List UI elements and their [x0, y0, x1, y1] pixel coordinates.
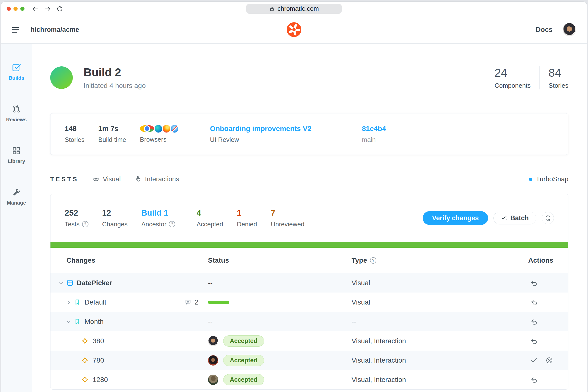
browser-chrome: chromatic.com [1, 2, 587, 16]
undo-button[interactable] [530, 279, 538, 287]
build-status-dot [50, 66, 73, 89]
build-counts: 24 Components 84 Stories [495, 66, 568, 90]
traffic-lights [6, 6, 24, 11]
chrome-icon [140, 125, 154, 132]
browser-nav [32, 6, 63, 12]
components-count: 24 Components [495, 66, 531, 90]
ancestor-build-link[interactable]: Build 1 [141, 208, 176, 218]
summary-stories: 148 Stories [65, 125, 84, 144]
snapshot-progress-bar [208, 300, 229, 304]
batch-button[interactable]: Batch [494, 212, 536, 224]
help-icon[interactable]: ? [82, 221, 88, 227]
user-avatar[interactable] [563, 23, 576, 36]
undo-icon [530, 337, 538, 345]
wrench-icon [12, 188, 21, 197]
branch-link[interactable]: Onboarding improvements V2 [210, 125, 312, 133]
sidebar-item-reviews[interactable]: Reviews [6, 104, 27, 122]
firefox-icon [163, 125, 170, 132]
undo-icon [530, 279, 538, 287]
reviewer-avatar [208, 374, 218, 385]
undo-icon [530, 298, 538, 306]
url-text: chromatic.com [277, 5, 319, 12]
forward-icon[interactable] [44, 6, 51, 12]
sidebar-item-library[interactable]: Library [8, 146, 25, 164]
visual-tests-tab[interactable]: Visual [92, 176, 121, 183]
chevron-down-icon[interactable] [66, 319, 72, 324]
app-header: hichroma/acme Docs [1, 16, 587, 44]
pull-request-icon [12, 104, 21, 114]
help-icon[interactable]: ? [169, 221, 175, 227]
deny-button[interactable] [545, 356, 553, 364]
summary-browsers: Browsers [140, 125, 178, 143]
sync-icon [544, 214, 551, 222]
stat-ancestor: Build 1 Ancestor? [141, 208, 176, 228]
undo-icon [530, 376, 538, 384]
summary-build-time: 1m 7s Build time [98, 125, 126, 144]
changes-table-header: Changes Status Type? Actions [50, 248, 568, 273]
table-row-month[interactable]: Month -- -- [50, 312, 568, 331]
minimize-window-button[interactable] [14, 6, 18, 11]
chevron-right-icon[interactable] [66, 300, 72, 305]
stories-count: 84 Stories [548, 66, 568, 90]
table-row-datepicker[interactable]: DatePicker -- Visual [50, 273, 568, 292]
stat-changes: 12 Changes [102, 208, 128, 228]
undo-button[interactable] [530, 298, 538, 306]
component-icon [67, 280, 73, 286]
sidebar-item-manage[interactable]: Manage [7, 188, 26, 206]
summary-commit: 81e4b4 main [362, 125, 386, 144]
table-row-default[interactable]: Default 2 Visual [50, 292, 568, 312]
chevron-down-icon[interactable] [58, 280, 64, 286]
browser-window: chromatic.com hichroma/acme Docs [1, 2, 587, 392]
maximize-window-button[interactable] [20, 6, 24, 11]
page-title: Build 2 [84, 66, 146, 79]
org-breadcrumb[interactable]: hichroma/acme [30, 26, 79, 34]
story-bookmark-icon [74, 299, 80, 306]
main-content: Build 2 Initiated 4 hours ago 24 Compone… [32, 44, 587, 392]
help-icon[interactable]: ? [370, 257, 376, 264]
stat-denied: 1 Denied [237, 208, 257, 228]
interactions-tests-tab[interactable]: Interactions [134, 176, 179, 183]
grid-icon [12, 146, 21, 155]
snapshot-diamond-icon [82, 357, 88, 364]
refresh-button[interactable] [542, 212, 554, 224]
table-row-1280[interactable]: 1280 Accepted Visual, Interaction [50, 370, 568, 389]
back-icon[interactable] [32, 6, 39, 12]
commit-link[interactable]: 81e4b4 [362, 125, 386, 133]
tests-heading-row: TESTS Visual Interactions TurboSnap [50, 176, 568, 183]
sidebar: Builds Reviews Library Manage [1, 44, 32, 392]
safari-icon [171, 125, 178, 132]
close-window-button[interactable] [6, 6, 11, 11]
snapshot-diamond-icon [82, 376, 88, 383]
sidebar-item-builds[interactable]: Builds [8, 63, 24, 81]
table-row-780[interactable]: 780 Accepted Visual, Interaction [50, 350, 568, 370]
tests-stats-row: 252 Tests? 12 Changes Build 1 Ancestor? … [50, 194, 568, 242]
docs-link[interactable]: Docs [536, 26, 552, 34]
check-icon [530, 356, 538, 364]
checklist-icon [501, 215, 508, 221]
turbosnap-indicator[interactable]: TurboSnap [529, 176, 568, 183]
builds-checkbox-icon [12, 63, 21, 72]
comment-count[interactable]: 2 [185, 298, 198, 306]
accept-button[interactable] [530, 356, 538, 364]
chromatic-logo-icon[interactable] [286, 22, 302, 37]
stat-accepted: 4 Accepted [196, 208, 223, 228]
address-bar[interactable]: chromatic.com [246, 4, 342, 14]
pointer-hand-icon [134, 176, 142, 183]
build-header: Build 2 Initiated 4 hours ago 24 Compone… [50, 66, 568, 90]
eye-icon [92, 176, 100, 183]
turbosnap-dot-icon [529, 178, 532, 181]
summary-branch: Onboarding improvements V2 UI Review [210, 125, 312, 144]
circle-x-icon [545, 356, 553, 364]
status-badge: Accepted [223, 374, 264, 386]
tests-card: 252 Tests? 12 Changes Build 1 Ancestor? … [50, 194, 568, 390]
build-progress-bar [50, 242, 568, 248]
table-row-380[interactable]: 380 Accepted Visual, Interaction [50, 331, 568, 350]
reload-icon[interactable] [56, 6, 63, 12]
menu-icon[interactable] [12, 27, 19, 32]
status-badge: Accepted [223, 355, 264, 366]
verify-changes-button[interactable]: Verify changes [422, 211, 488, 225]
undo-button[interactable] [530, 376, 538, 384]
undo-button[interactable] [530, 337, 538, 345]
story-bookmark-icon [74, 318, 80, 325]
undo-button[interactable] [530, 318, 538, 326]
